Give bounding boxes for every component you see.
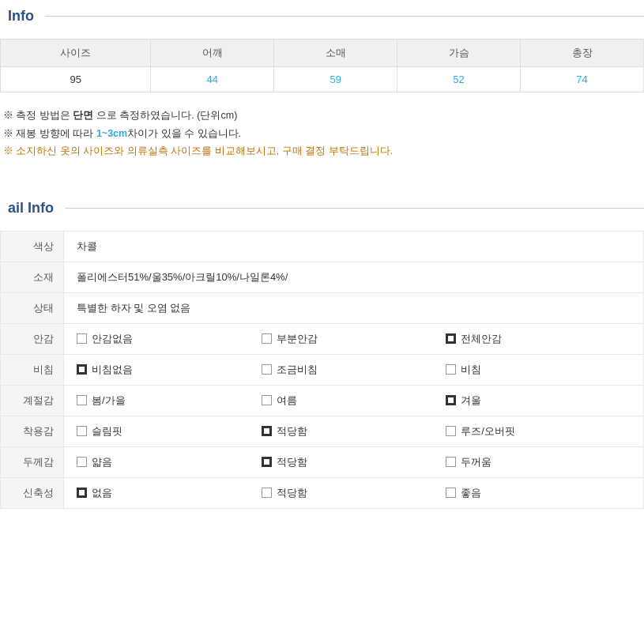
detail-value: 없음적당함좋음 [64, 477, 644, 508]
detail-row: 안감안감없음부분안감전체안감 [1, 323, 644, 354]
checkbox-unchecked [77, 426, 87, 436]
size-table-th: 총장 [521, 40, 644, 67]
size-table-wrapper: 사이즈어깨소매가슴총장 9544595274 [0, 39, 644, 100]
checkbox-grid: 얇음적당함두꺼움 [77, 455, 631, 469]
checkbox-label: 두꺼움 [461, 455, 491, 469]
detail-value: 차콜 [64, 231, 644, 262]
checkbox-label: 적당함 [277, 486, 307, 500]
checkbox-label: 안감없음 [92, 332, 133, 346]
detail-label: 소재 [1, 262, 64, 292]
checkbox-item: 두꺼움 [446, 455, 631, 469]
checkbox-item: 슬림핏 [77, 424, 262, 439]
checkbox-checked [77, 488, 87, 498]
checkbox-unchecked [262, 488, 272, 498]
size-table-cell: 59 [274, 67, 397, 92]
checkbox-item: 전체안감 [446, 332, 631, 346]
detail-row: 비침비침없음조금비침비침 [1, 354, 644, 385]
checkbox-label: 루즈/오버핏 [461, 424, 515, 439]
checkbox-item: 적당함 [262, 455, 446, 469]
size-note: ※ 소지하신 옷의 사이즈와 의류실측 사이즈를 비교해보시고, 구매 결정 부… [3, 142, 641, 160]
checkbox-label: 슬림핏 [92, 424, 122, 439]
detail-label: 신축성 [1, 477, 64, 508]
checkbox-checked [262, 457, 272, 467]
checkbox-item: 비침 [446, 363, 631, 377]
checkbox-item: 여름 [262, 394, 446, 408]
checkbox-label: 얇음 [92, 455, 112, 469]
detail-section: ail Info 색상차콜소재폴리에스터51%/울35%/아크릴10%/나일론4… [0, 192, 644, 509]
detail-label: 상태 [1, 292, 64, 323]
checkbox-label: 적당함 [277, 455, 307, 469]
detail-value: 봄/가을여름겨울 [64, 385, 644, 416]
checkbox-checked [77, 364, 87, 375]
checkbox-grid: 비침없음조금비침비침 [77, 363, 631, 377]
size-note: ※ 재봉 방향에 따라 1~3cm차이가 있을 수 있습니다. [3, 125, 641, 143]
checkbox-label: 적당함 [277, 424, 307, 439]
size-note: ※ 측정 방법은 단면 으로 측정하였습니다. (단위cm) [3, 107, 641, 125]
checkbox-unchecked [262, 395, 272, 405]
detail-label: 색상 [1, 231, 64, 262]
detail-title: ail Info [8, 200, 54, 217]
checkbox-label: 좋음 [461, 486, 481, 500]
detail-row: 계절감봄/가을여름겨울 [1, 385, 644, 416]
detail-row: 착용감슬림핏적당함루즈/오버핏 [1, 416, 644, 446]
checkbox-grid: 없음적당함좋음 [77, 486, 631, 500]
detail-value: 슬림핏적당함루즈/오버핏 [64, 416, 644, 446]
size-table-th: 가슴 [397, 40, 521, 67]
detail-row: 두께감얇음적당함두꺼움 [1, 446, 644, 477]
detail-label: 비침 [1, 354, 64, 385]
checkbox-unchecked [77, 395, 87, 405]
detail-label: 두께감 [1, 446, 64, 477]
checkbox-unchecked [262, 333, 272, 344]
checkbox-unchecked [446, 364, 456, 375]
detail-value: 폴리에스터51%/울35%/아크릴10%/나일론4%/ [64, 262, 644, 292]
size-table-cell: 74 [521, 67, 644, 92]
checkbox-item: 얇음 [77, 455, 262, 469]
checkbox-label: 봄/가을 [92, 394, 126, 408]
checkbox-unchecked [446, 488, 456, 498]
detail-value: 비침없음조금비침비침 [64, 354, 644, 385]
checkbox-checked [446, 395, 456, 405]
checkbox-item: 루즈/오버핏 [446, 424, 631, 439]
checkbox-label: 부분안감 [277, 332, 318, 346]
checkbox-unchecked [446, 426, 456, 436]
checkbox-label: 없음 [92, 486, 112, 500]
size-table-body: 9544595274 [1, 67, 644, 92]
checkbox-grid: 슬림핏적당함루즈/오버핏 [77, 424, 631, 439]
checkbox-item: 적당함 [262, 424, 446, 439]
checkbox-checked [446, 333, 456, 344]
checkbox-item: 겨울 [446, 394, 631, 408]
size-table-th: 소매 [274, 40, 397, 67]
detail-label: 계절감 [1, 385, 64, 416]
size-table-cell: 44 [151, 67, 274, 92]
checkbox-item: 조금비침 [262, 363, 446, 377]
detail-value: 특별한 하자 및 오염 없음 [64, 292, 644, 323]
checkbox-label: 겨울 [461, 394, 481, 408]
checkbox-unchecked [77, 457, 87, 467]
checkbox-unchecked [262, 364, 272, 375]
checkbox-item: 없음 [77, 486, 262, 500]
checkbox-grid: 봄/가을여름겨울 [77, 394, 631, 408]
size-table-row: 9544595274 [1, 67, 644, 92]
detail-row: 상태특별한 하자 및 오염 없음 [1, 292, 644, 323]
info-title: Info [8, 8, 34, 24]
checkbox-grid: 안감없음부분안감전체안감 [77, 332, 631, 346]
checkbox-label: 비침없음 [92, 363, 133, 377]
size-table-th: 어깨 [151, 40, 274, 67]
checkbox-unchecked [77, 333, 87, 344]
detail-row: 색상차콜 [1, 231, 644, 262]
section-divider-2 [65, 208, 644, 209]
info-section-header: Info [0, 0, 644, 31]
checkbox-item: 안감없음 [77, 332, 262, 346]
detail-value: 얇음적당함두꺼움 [64, 446, 644, 477]
size-table-cell: 95 [1, 67, 151, 92]
checkbox-label: 조금비침 [277, 363, 318, 377]
checkbox-item: 좋음 [446, 486, 631, 500]
size-table: 사이즈어깨소매가슴총장 9544595274 [0, 39, 644, 92]
checkbox-item: 적당함 [262, 486, 446, 500]
checkbox-unchecked [446, 457, 456, 467]
checkbox-item: 부분안감 [262, 332, 446, 346]
checkbox-checked [262, 426, 272, 436]
checkbox-label: 여름 [277, 394, 297, 408]
checkbox-item: 봄/가을 [77, 394, 262, 408]
detail-table: 색상차콜소재폴리에스터51%/울35%/아크릴10%/나일론4%/상태특별한 하… [0, 231, 644, 509]
